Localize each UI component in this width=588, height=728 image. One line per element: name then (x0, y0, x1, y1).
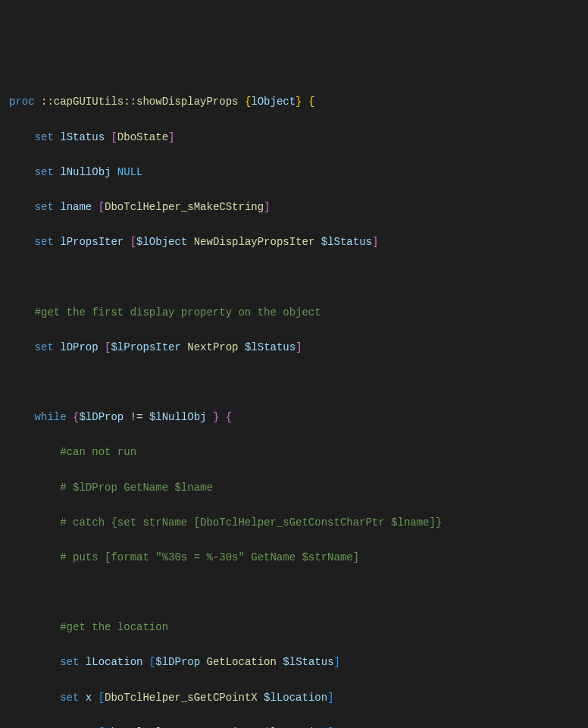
code-line: set lLocation [$lDProp GetLocation $lSta… (9, 654, 579, 671)
code-line: #get the location (9, 619, 579, 636)
code-line: # puts [format "%30s = %-30s" GetName $s… (9, 549, 579, 566)
code-line: while {$lDProp != $lNullObj } { (9, 409, 579, 426)
code-line: set lname [DboTclHelper_sMakeCString] (9, 199, 579, 216)
code-line (9, 268, 579, 286)
code-line: set lStatus [DboState] (9, 129, 579, 146)
code-line (9, 584, 579, 601)
code-line: # catch {set strName [DboTclHelper_sGetC… (9, 514, 579, 532)
code-line: set lNullObj NULL (9, 164, 579, 181)
code-line: proc ::capGUIUtils::showDisplayProps {lO… (9, 93, 579, 111)
code-line: set lDProp [$lPropsIter NextProp $lStatu… (9, 339, 579, 356)
code-line: # $lDProp GetName $lname (9, 479, 579, 497)
code-line (9, 374, 579, 391)
code-line: #can not run (9, 444, 579, 461)
code-editor[interactable]: proc ::capGUIUtils::showDisplayProps {lO… (9, 76, 579, 728)
code-line: set y [DboTclHelper_sGetCPointY $lLocati… (9, 724, 579, 728)
code-line: #get the first display property on the o… (9, 304, 579, 322)
code-line: set x [DboTclHelper_sGetCPointX $lLocati… (9, 689, 579, 707)
code-line: set lPropsIter [$lObject NewDisplayProps… (9, 234, 579, 251)
